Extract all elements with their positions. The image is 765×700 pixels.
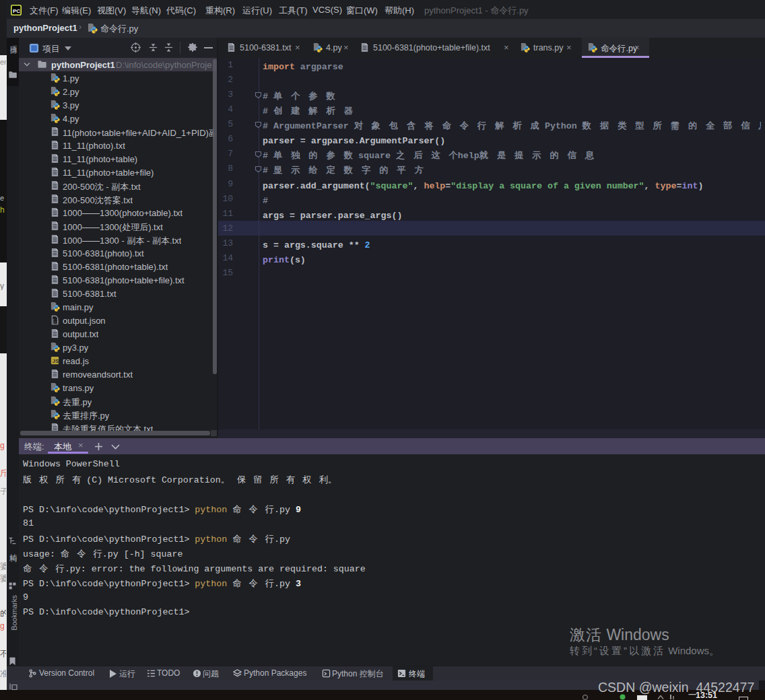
- svg-text:PC: PC: [13, 8, 20, 14]
